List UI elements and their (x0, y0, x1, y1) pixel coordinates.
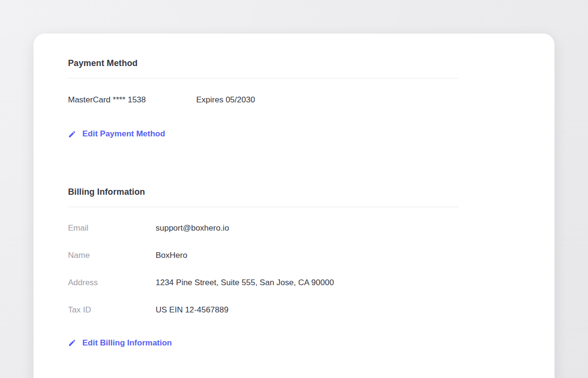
payment-method-section: Payment Method MasterCard **** 1538 Expi… (68, 58, 459, 140)
pencil-icon (68, 339, 76, 347)
card-expiry-text: Expires 05/2030 (196, 95, 255, 104)
section-divider (68, 207, 459, 207)
field-value: support@boxhero.io (156, 224, 229, 233)
billing-row-address: Address 1234 Pine Street, Suite 555, San… (68, 278, 459, 287)
billing-settings-card: Payment Method MasterCard **** 1538 Expi… (34, 33, 554, 378)
field-label: Email (68, 224, 156, 233)
field-label: Address (68, 278, 156, 287)
card-number-text: MasterCard **** 1538 (68, 96, 194, 104)
billing-settings-page: { "colors": { "accent": "#565ff2", "head… (0, 0, 588, 378)
billing-row-email: Email support@boxhero.io (68, 224, 459, 233)
field-value: 1234 Pine Street, Suite 555, San Jose, C… (156, 278, 334, 287)
field-value: BoxHero (156, 251, 187, 260)
edit-payment-method-label: Edit Payment Method (82, 129, 165, 139)
field-label: Name (68, 251, 156, 260)
billing-field-list: Email support@boxhero.io Name BoxHero Ad… (68, 224, 459, 314)
card-content: Payment Method MasterCard **** 1538 Expi… (34, 33, 554, 349)
edit-payment-method-button[interactable]: Edit Payment Method (68, 129, 165, 139)
payment-method-title: Payment Method (68, 58, 459, 68)
edit-billing-information-button[interactable]: Edit Billing Information (68, 338, 172, 348)
billing-information-section: Billing Information Email support@boxher… (68, 187, 459, 349)
edit-billing-information-label: Edit Billing Information (82, 338, 172, 348)
pencil-icon (68, 130, 76, 138)
billing-information-title: Billing Information (68, 187, 459, 197)
field-value: US EIN 12-4567889 (156, 306, 228, 314)
payment-method-row: MasterCard **** 1538 Expires 05/2030 (68, 96, 459, 104)
field-label: Tax ID (68, 306, 156, 314)
billing-row-taxid: Tax ID US EIN 12-4567889 (68, 306, 459, 314)
billing-row-name: Name BoxHero (68, 251, 459, 260)
section-divider (68, 78, 459, 78)
